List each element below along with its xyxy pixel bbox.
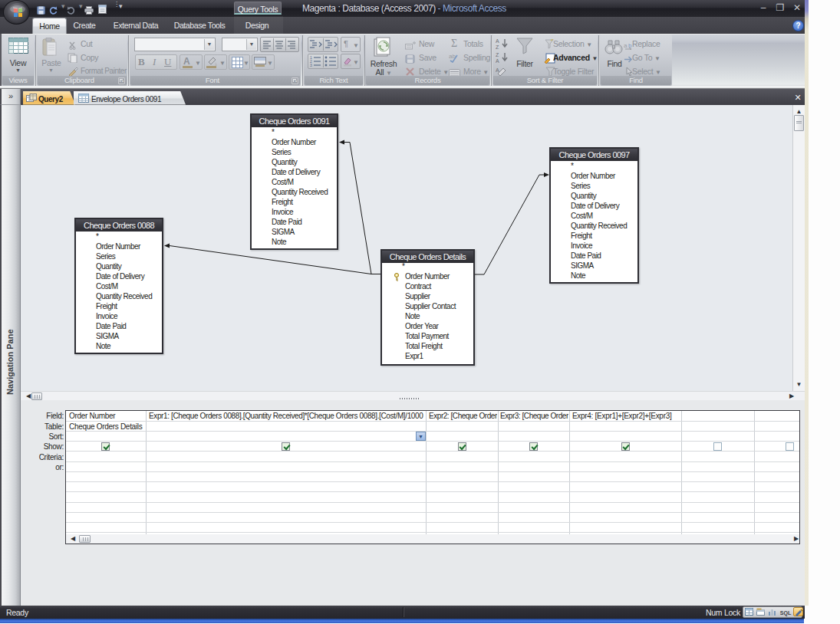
svg-text:Z: Z xyxy=(496,44,499,49)
svg-text:a: a xyxy=(624,42,628,49)
svg-text:Z: Z xyxy=(496,52,499,57)
svg-text:A: A xyxy=(496,67,499,73)
svg-text:3: 3 xyxy=(310,63,312,67)
svg-text:A: A xyxy=(496,58,499,63)
svg-text:Navigation Pane: Navigation Pane xyxy=(5,329,15,395)
svg-text:A: A xyxy=(496,38,499,44)
